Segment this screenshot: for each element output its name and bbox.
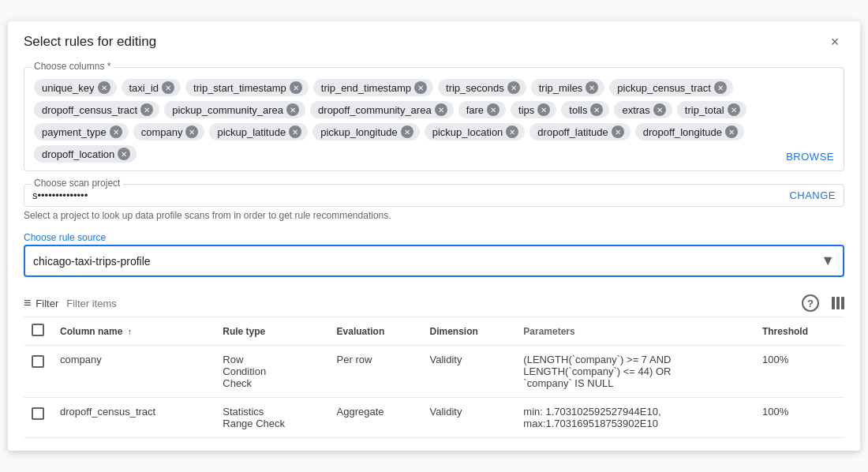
chip-remove-pickup_location[interactable]: ✕ <box>506 125 518 138</box>
chip-label: pickup_location <box>432 126 503 138</box>
scan-project-section: Choose scan project CHANGE Select a proj… <box>24 184 844 221</box>
dialog-body: Choose columns * unique_key✕taxi_id✕trip… <box>8 59 860 451</box>
th-parameters: Parameters <box>515 317 754 346</box>
filter-lines-icon: ≡ <box>24 296 31 310</box>
chip-label: trip_seconds <box>446 82 504 94</box>
chip-remove-trip_start_timestamp[interactable]: ✕ <box>290 81 302 94</box>
chip-remove-trip_seconds[interactable]: ✕ <box>507 81 520 94</box>
rules-table: Column name ↑ Rule type Evaluation Dimen… <box>24 317 844 438</box>
scan-project-fieldset: Choose scan project CHANGE <box>24 184 844 207</box>
chip-label: company <box>141 126 183 138</box>
dialog: Select rules for editing × Choose column… <box>8 21 860 451</box>
filter-actions: ? <box>802 294 844 312</box>
row-checkbox-0[interactable] <box>32 355 44 368</box>
chip-pickup_longitude: pickup_longitude✕ <box>312 123 420 140</box>
row-0-evaluation: Per row <box>329 346 422 398</box>
chip-label: pickup_longitude <box>320 126 398 138</box>
sort-icon: ↑ <box>128 327 133 336</box>
row-1-rule-type: Statistics Range Check <box>215 398 328 438</box>
col-bar-1 <box>832 297 835 309</box>
chip-label: payment_type <box>42 126 107 138</box>
scan-project-legend: Choose scan project <box>31 178 123 189</box>
columns-toggle-icon[interactable] <box>832 297 844 309</box>
row-0-checkbox <box>24 346 52 398</box>
chip-label: taxi_id <box>129 82 159 94</box>
chip-remove-taxi_id[interactable]: ✕ <box>162 81 174 94</box>
chip-remove-tolls[interactable]: ✕ <box>590 103 603 116</box>
table-row: dropoff_census_tract Statistics Range Ch… <box>24 398 844 438</box>
chip-remove-pickup_latitude[interactable]: ✕ <box>289 125 301 138</box>
row-1-threshold: 100% <box>754 398 844 438</box>
chip-remove-pickup_longitude[interactable]: ✕ <box>401 125 413 138</box>
dropdown-icon[interactable]: ▼ <box>821 253 835 269</box>
chip-tolls: tolls✕ <box>561 101 609 118</box>
row-checkbox-1[interactable] <box>32 407 44 420</box>
chip-remove-payment_type[interactable]: ✕ <box>110 125 122 138</box>
chip-remove-company[interactable]: ✕ <box>185 125 198 138</box>
chip-label: dropoff_community_area <box>318 104 432 116</box>
chip-dropoff_community_area: dropoff_community_area✕ <box>310 101 454 118</box>
chip-remove-trip_miles[interactable]: ✕ <box>586 81 598 94</box>
chip-taxi_id: taxi_id✕ <box>122 79 181 96</box>
chip-remove-unique_key[interactable]: ✕ <box>98 81 110 94</box>
chip-label: trip_total <box>685 104 724 116</box>
filter-label: Filter <box>36 298 58 309</box>
row-1-checkbox <box>24 398 52 438</box>
rule-source-wrapper: chicago-taxi-trips-profile ▼ <box>24 245 844 277</box>
chip-label: dropoff_longitude <box>643 126 722 138</box>
chip-dropoff_latitude: dropoff_latitude✕ <box>529 123 630 140</box>
chip-remove-dropoff_location[interactable]: ✕ <box>118 148 130 160</box>
chip-remove-trip_total[interactable]: ✕ <box>728 103 740 116</box>
chip-payment_type: payment_type✕ <box>34 123 129 140</box>
filter-bar: ≡ Filter ? <box>24 290 844 317</box>
chip-remove-pickup_census_tract[interactable]: ✕ <box>714 81 727 94</box>
scan-project-row: CHANGE <box>24 185 844 206</box>
columns-section: Choose columns * unique_key✕taxi_id✕trip… <box>24 67 844 171</box>
chip-trip_total: trip_total✕ <box>677 101 746 118</box>
chip-label: pickup_latitude <box>217 126 286 138</box>
chip-trip_seconds: trip_seconds✕ <box>438 79 526 96</box>
chip-fare: fare✕ <box>458 101 506 118</box>
chip-remove-fare[interactable]: ✕ <box>487 103 499 116</box>
chip-label: dropoff_latitude <box>537 126 608 138</box>
chip-label: fare <box>466 104 484 116</box>
chip-remove-extras[interactable]: ✕ <box>653 103 666 116</box>
help-icon[interactable]: ? <box>802 294 819 312</box>
dialog-title: Select rules for editing <box>24 34 156 50</box>
scan-project-input[interactable] <box>32 189 783 201</box>
chip-label: trip_end_timestamp <box>321 82 411 94</box>
th-dimension: Dimension <box>421 317 515 346</box>
filter-icon-area: ≡ Filter <box>24 296 199 310</box>
chip-remove-tips[interactable]: ✕ <box>537 103 550 116</box>
th-rule-type: Rule type <box>215 317 328 346</box>
columns-legend: Choose columns * <box>31 61 114 72</box>
chip-label: pickup_community_area <box>172 104 283 116</box>
chip-pickup_latitude: pickup_latitude✕ <box>209 123 308 140</box>
browse-button[interactable]: BROWSE <box>786 151 834 163</box>
chip-remove-dropoff_community_area[interactable]: ✕ <box>435 103 447 116</box>
th-evaluation: Evaluation <box>329 317 422 346</box>
chip-company: company✕ <box>133 123 205 140</box>
th-column-name: Column name ↑ <box>52 317 215 346</box>
chip-tips: tips✕ <box>511 101 556 118</box>
chip-remove-dropoff_latitude[interactable]: ✕ <box>612 125 624 138</box>
change-button[interactable]: CHANGE <box>789 189 836 201</box>
row-0-column-name: company <box>52 346 215 398</box>
chip-label: tips <box>518 104 534 116</box>
dialog-header: Select rules for editing × <box>8 21 860 59</box>
th-threshold: Threshold <box>754 317 844 346</box>
th-checkbox <box>24 317 52 346</box>
chip-remove-dropoff_longitude[interactable]: ✕ <box>725 125 738 138</box>
row-0-dimension: Validity <box>421 346 515 398</box>
close-icon[interactable]: × <box>825 32 844 51</box>
chip-remove-trip_end_timestamp[interactable]: ✕ <box>414 81 427 94</box>
col-bar-3 <box>841 297 844 309</box>
chip-remove-dropoff_census_tract[interactable]: ✕ <box>140 103 153 116</box>
chip-pickup_census_tract: pickup_census_tract✕ <box>609 79 733 96</box>
filter-input[interactable] <box>66 298 199 309</box>
select-all-checkbox[interactable] <box>32 324 44 336</box>
chip-dropoff_location: dropoff_location✕ <box>34 145 137 163</box>
chip-remove-pickup_community_area[interactable]: ✕ <box>286 103 299 116</box>
chip-trip_start_timestamp: trip_start_timestamp✕ <box>185 79 309 96</box>
row-0-threshold: 100% <box>754 346 844 398</box>
